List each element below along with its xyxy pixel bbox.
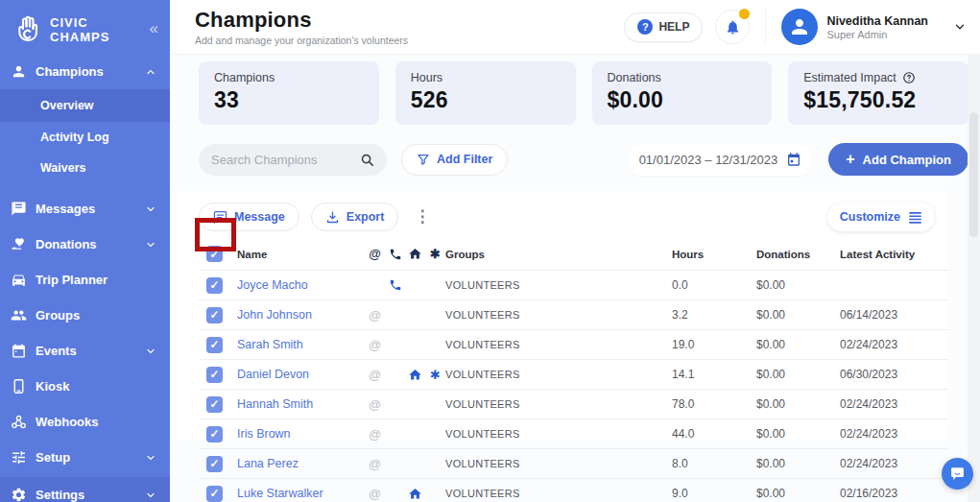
sidebar-item-groups[interactable]: Groups	[0, 298, 170, 333]
champion-name-link[interactable]: John Johnson	[237, 308, 312, 322]
chevron-down-icon	[145, 203, 156, 215]
column-header-donations[interactable]: Donations	[749, 249, 832, 260]
add-filter-button[interactable]: Add Filter	[401, 144, 508, 176]
row-checkbox[interactable]: ✓	[206, 307, 223, 323]
sidebar-item-donations[interactable]: Donations	[0, 227, 170, 262]
champion-name-link[interactable]: Iris Brown	[237, 427, 291, 441]
groups-cell: VOLUNTEERS	[445, 488, 664, 499]
sidebar-item-waivers[interactable]: Waivers	[0, 153, 170, 183]
row-checkbox[interactable]: ✓	[206, 367, 223, 383]
sidebar-item-messages[interactable]: Messages	[0, 191, 170, 227]
champion-name-link[interactable]: Daniel Devon	[237, 368, 309, 381]
row-checkbox[interactable]: ✓	[206, 337, 223, 353]
user-name: Niveditha Kannan	[826, 14, 928, 28]
hours-cell: 9.0	[664, 487, 749, 500]
select-all-checkbox[interactable]: ✓	[206, 246, 223, 262]
sidebar-item-setup[interactable]: Setup	[0, 440, 170, 475]
sidebar-item-events[interactable]: Events	[0, 333, 170, 369]
sidebar-item-label: Champions	[36, 64, 104, 79]
chevron-down-icon	[145, 490, 156, 501]
row-checkbox[interactable]: ✓	[206, 456, 223, 472]
groups-cell: VOLUNTEERS	[445, 279, 664, 291]
search-champions-input[interactable]	[199, 144, 387, 176]
download-icon	[325, 210, 340, 225]
sidebar-collapse-icon[interactable]: «	[150, 14, 158, 43]
notification-dot	[739, 9, 750, 19]
more-options-kebab-icon[interactable]: ⋮	[410, 210, 434, 224]
column-header-name[interactable]: Name	[237, 249, 365, 260]
sidebar-item-overview[interactable]: Overview	[0, 89, 170, 122]
customize-button[interactable]: Customize	[827, 203, 935, 231]
main-area: Champions Add and manage your organizati…	[170, 0, 980, 502]
email-at-icon: @	[365, 338, 385, 352]
table-row: ✓ Iris Brown @ ✱ VOLUNTEERS 44.0 $0.00 0…	[199, 419, 948, 449]
user-role: Super Admin	[826, 29, 928, 40]
notifications-button[interactable]	[715, 10, 750, 44]
message-button[interactable]: Message	[199, 203, 299, 231]
champion-name-link[interactable]: Sarah Smith	[237, 338, 303, 351]
sidebar-item-webhooks[interactable]: Webhooks	[0, 404, 170, 440]
contact-column-icons: @ ✱	[365, 247, 445, 261]
date-range-picker[interactable]: 01/01/2023 – 12/31/2023	[627, 144, 815, 176]
latest-activity-cell: 02/24/2023	[832, 397, 948, 411]
table-toolbar: Message Export ⋮ Customize	[199, 203, 948, 231]
donations-cell: $0.00	[749, 308, 832, 322]
phone-icon	[385, 247, 405, 261]
export-button[interactable]: Export	[311, 203, 399, 231]
sidebar-item-champions[interactable]: Champions	[0, 54, 170, 89]
search-input[interactable]	[211, 153, 346, 167]
champion-name-link[interactable]: Luke Starwalker	[237, 487, 323, 500]
row-checkbox[interactable]: ✓	[206, 426, 223, 442]
help-button[interactable]: ? HELP	[624, 12, 703, 42]
row-checkbox[interactable]: ✓	[206, 486, 223, 502]
latest-activity-cell: 02/24/2023	[832, 427, 948, 441]
filter-funnel-icon	[417, 153, 430, 166]
row-checkbox[interactable]: ✓	[206, 396, 223, 413]
email-at-icon: @	[365, 457, 385, 471]
sidebar: CIVIC CHAMPS « Champions Overview Activi…	[0, 0, 170, 502]
user-menu[interactable]: Niveditha Kannan Super Admin	[765, 9, 967, 45]
groups-cell: VOLUNTEERS	[445, 458, 664, 469]
column-header-latest-activity[interactable]: Latest Activity	[832, 249, 948, 260]
vertical-scrollbar[interactable]	[968, 55, 980, 502]
chat-widget-button[interactable]	[942, 458, 973, 490]
table-row: ✓ Luke Starwalker @ ✱ VOLUNTEERS 9.0 $0.…	[199, 479, 948, 502]
column-header-groups[interactable]: Groups	[445, 249, 664, 260]
sidebar-item-label: Webhooks	[36, 415, 99, 429]
sidebar-item-label: Messages	[36, 202, 95, 216]
avatar	[781, 9, 818, 45]
sidebar-item-settings[interactable]: Settings	[0, 477, 170, 502]
column-header-hours[interactable]: Hours	[664, 249, 749, 260]
sidebar-item-label: Settings	[36, 488, 84, 502]
search-icon	[360, 153, 374, 167]
date-range-value: 01/01/2023 – 12/31/2023	[639, 153, 778, 167]
sidebar-item-activity-log[interactable]: Activity Log	[0, 122, 170, 153]
champion-name-link[interactable]: Hannah Smith	[237, 397, 313, 411]
champion-name-link[interactable]: Lana Perez	[237, 457, 299, 470]
plus-icon: +	[846, 151, 854, 168]
chevron-down-icon	[145, 452, 156, 464]
asterisk-icon: ✱	[425, 368, 445, 382]
hours-cell: 0.0	[664, 278, 749, 292]
sidebar-item-trip-planner[interactable]: Trip Planner	[0, 262, 170, 298]
chevron-down-icon	[145, 239, 156, 251]
sidebar-item-kiosk[interactable]: Kiosk	[0, 369, 170, 404]
table-header-row: ✓ Name @ ✱ Groups Hours Donations Latest…	[199, 238, 948, 271]
row-checkbox[interactable]: ✓	[206, 277, 223, 294]
table-row: ✓ Lana Perez @ ✱ VOLUNTEERS 8.0 $0.00 02…	[199, 449, 948, 479]
scrollbar-thumb[interactable]	[969, 112, 978, 237]
message-label: Message	[234, 210, 285, 224]
asterisk-icon: ✱	[425, 247, 445, 261]
table-row: ✓ Daniel Devon @ ✱ VOLUNTEERS 14.1 $0.00…	[199, 360, 948, 390]
champion-name-link[interactable]: Joyce Macho	[237, 278, 308, 292]
donations-cell: $0.00	[749, 278, 832, 292]
donations-cell: $0.00	[749, 487, 832, 500]
add-champion-button[interactable]: + Add Champion	[828, 143, 968, 176]
stat-value: $0.00	[608, 87, 757, 113]
page-title: Champions	[195, 8, 408, 33]
logo: CIVIC CHAMPS «	[0, 0, 170, 54]
filter-row: Add Filter 01/01/2023 – 12/31/2023 + Add…	[199, 143, 968, 176]
info-tooltip-icon[interactable]	[902, 71, 916, 84]
latest-activity-cell: 06/30/2023	[832, 368, 948, 381]
calendar-icon	[786, 152, 801, 167]
